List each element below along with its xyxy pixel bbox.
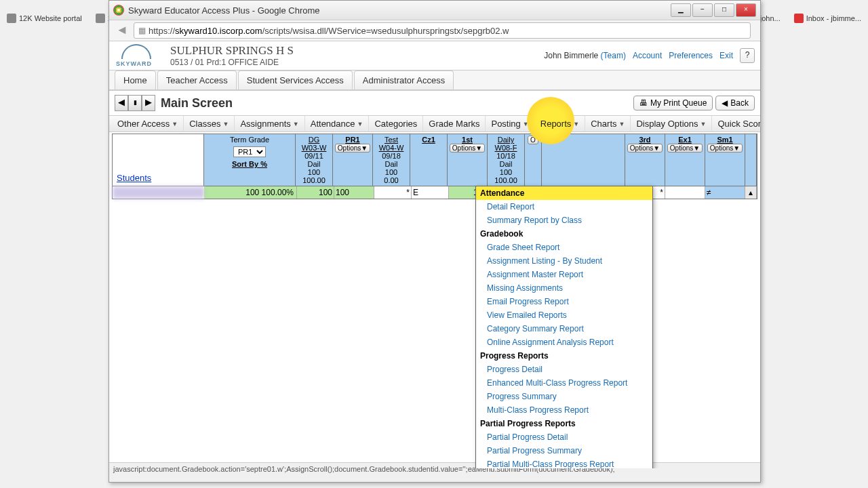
minimize-button[interactable]: − <box>692 3 713 17</box>
tb-classes[interactable]: Classes▼ <box>184 116 235 131</box>
dd-partial-summary[interactable]: Partial Progress Summary <box>476 444 652 458</box>
nav-next-button[interactable]: ▶ <box>142 95 155 111</box>
sm1-cell[interactable]: ≠ <box>705 186 745 199</box>
chevron-down-icon: ▼ <box>172 121 178 127</box>
student-row[interactable]: 100 100.00% 100 100 * E 100 100 1 * ≠ ▴ <box>112 186 757 199</box>
tb-attendance[interactable]: Attendance▼ <box>305 116 370 131</box>
printer-icon: 🖶 <box>639 98 648 108</box>
tab-admin-access[interactable]: Administrator Access <box>354 70 454 89</box>
tb-grade-marks[interactable]: Grade Marks <box>423 116 486 131</box>
tb-other-access[interactable]: Other Access▼ <box>112 116 184 131</box>
chrome-window: Skyward Educator Access Plus - Google Ch… <box>108 0 761 483</box>
taskbar-item[interactable]: 12K Website portal <box>7 14 82 23</box>
tab-home[interactable]: Home <box>115 70 156 89</box>
back-label: Back <box>730 98 749 108</box>
term-select[interactable]: PR1 <box>233 146 266 157</box>
chevron-down-icon: ▼ <box>573 121 579 127</box>
close-button[interactable]: × <box>736 3 756 17</box>
tb-reports[interactable]: Reports▼ <box>535 116 585 131</box>
ex1-cell[interactable] <box>665 186 705 199</box>
chevron-down-icon: ▼ <box>700 121 706 127</box>
dd-assignment-master[interactable]: Assignment Master Report <box>476 268 652 281</box>
col-cz1[interactable]: Cz1 <box>410 134 448 186</box>
col-sm1[interactable]: Sm1 Options▼ <box>705 134 745 186</box>
col-test[interactable]: Test W04-W 09/18 Dail 100 0.00 <box>373 134 410 186</box>
tb-charts[interactable]: Charts▼ <box>585 116 631 131</box>
scroll-cell[interactable]: ▴ <box>745 186 757 199</box>
dd-online-analysis[interactable]: Online Assignment Analysis Report <box>476 336 652 349</box>
back-button[interactable]: ◀Back <box>715 96 755 110</box>
col-ex1[interactable]: Ex1 Options▼ <box>665 134 705 186</box>
chevron-down-icon: ▼ <box>619 121 625 127</box>
col-partial[interactable]: O <box>525 134 542 186</box>
minimize-alt-button[interactable]: ▁ <box>671 3 691 17</box>
col-pr1[interactable]: PR1 Options▼ <box>333 134 373 186</box>
url-input[interactable]: ▦ https://skyward10.iscorp.com/scripts/w… <box>134 22 751 39</box>
dd-enhanced-progress[interactable]: Enhanced Multi-Class Progress Report <box>476 376 652 390</box>
test-cell[interactable]: * <box>374 186 412 199</box>
mail-icon <box>794 14 804 23</box>
students-header: Students <box>113 134 204 186</box>
app-header: SKYWARD SULPHUR SPRINGS H S 0513 / 01 Pr… <box>109 41 760 70</box>
chevron-down-icon: ▼ <box>293 121 299 127</box>
dd-missing-assignments[interactable]: Missing Assignments <box>476 281 652 295</box>
col-1st[interactable]: 1st Options▼ <box>448 134 488 186</box>
dd-section-progress: Progress Reports <box>476 349 652 363</box>
pr1-cell[interactable]: 100 <box>334 186 374 199</box>
taskbar-item[interactable]: Inbox - jbimme... <box>794 14 861 23</box>
preferences-link[interactable]: Preferences <box>669 51 713 60</box>
dd-email-progress[interactable]: Email Progress Report <box>476 295 652 308</box>
student-name-cell[interactable] <box>113 186 204 199</box>
help-button[interactable]: ? <box>740 48 755 63</box>
dd-section-attendance: Attendance <box>476 186 652 200</box>
students-link[interactable]: Students <box>114 173 202 183</box>
dd-assignment-listing[interactable]: Assignment Listing - By Student <box>476 254 652 268</box>
term-grade-cell[interactable]: 100 100.00% <box>204 186 297 199</box>
titlebar[interactable]: Skyward Educator Access Plus - Google Ch… <box>109 1 760 20</box>
dd-multi-class-progress[interactable]: Multi-Class Progress Report <box>476 403 652 417</box>
dg-cell[interactable]: 100 <box>297 186 334 199</box>
col-dg[interactable]: DG W03-W 09/11 Dail 100 100.00 <box>296 134 333 186</box>
col-daily[interactable]: Daily W08-F 10/18 Dail 100 100.00 <box>488 134 525 186</box>
class-info: 0513 / 01 Prd:1 OFFICE AIDE <box>170 58 544 67</box>
dd-progress-detail[interactable]: Progress Detail <box>476 363 652 376</box>
back-arrow-icon[interactable]: ◄ <box>115 23 130 38</box>
user-name[interactable]: John Bimmerle <box>544 51 598 60</box>
nav-prev-button[interactable]: ◀ <box>115 95 128 111</box>
dd-view-emailed[interactable]: View Emailed Reports <box>476 308 652 322</box>
url-host: skyward10.iscorp.com <box>175 26 262 36</box>
dd-partial-detail[interactable]: Partial Progress Detail <box>476 430 652 444</box>
tb-categories[interactable]: Categories <box>369 116 423 131</box>
cz1-cell[interactable]: E <box>412 186 449 199</box>
chrome-icon <box>113 5 124 16</box>
dd-category-summary[interactable]: Category Summary Report <box>476 322 652 336</box>
tb-assignments[interactable]: Assignments▼ <box>235 116 304 131</box>
tab-student-services[interactable]: Student Services Access <box>238 70 353 89</box>
nav-tabs: Home Teacher Access Student Services Acc… <box>109 70 760 91</box>
skyward-logo: SKYWARD <box>115 44 162 67</box>
dd-summary-by-class[interactable]: Summary Report by Class <box>476 214 652 227</box>
print-queue-button[interactable]: 🖶My Print Queue <box>633 96 713 110</box>
back-icon: ◀ <box>722 98 728 108</box>
dd-grade-sheet[interactable]: Grade Sheet Report <box>476 241 652 254</box>
taskbar-label: 12K Website portal <box>19 14 82 22</box>
maximize-button[interactable]: □ <box>714 3 734 17</box>
sort-by-link[interactable]: Sort By % <box>232 160 267 168</box>
dd-progress-summary[interactable]: Progress Summary <box>476 390 652 403</box>
url-prefix: https:// <box>149 26 175 36</box>
exit-link[interactable]: Exit <box>719 51 733 60</box>
dd-detail-report[interactable]: Detail Report <box>476 200 652 214</box>
reports-dropdown: Attendance Detail Report Summary Report … <box>475 186 653 468</box>
term-grade-label: Term Grade <box>230 136 269 144</box>
account-link[interactable]: Account <box>633 51 662 60</box>
team-link[interactable]: (Team) <box>601 51 626 60</box>
col-3rd[interactable]: 3rd Options▼ <box>625 134 665 186</box>
tab-teacher-access[interactable]: Teacher Access <box>157 70 237 89</box>
tb-display-options[interactable]: Display Options▼ <box>631 116 712 131</box>
status-bar: javascript:document.Gradebook.action='se… <box>109 462 760 482</box>
nav-list-button[interactable]: ▮ <box>128 95 142 111</box>
tb-quick-scoring[interactable]: Quick Scoring <box>712 116 760 131</box>
taskbar-label: john... <box>760 14 781 22</box>
dd-partial-multi[interactable]: Partial Multi-Class Progress Report <box>476 458 652 468</box>
col-edge <box>745 134 757 186</box>
